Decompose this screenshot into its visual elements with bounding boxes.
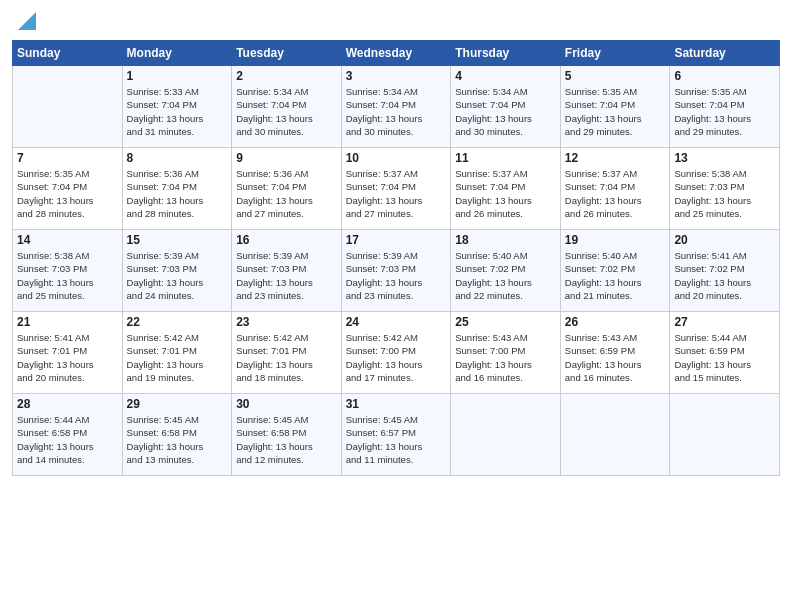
- header-row: SundayMondayTuesdayWednesdayThursdayFrid…: [13, 41, 780, 66]
- calendar-cell: 17Sunrise: 5:39 AM Sunset: 7:03 PM Dayli…: [341, 230, 451, 312]
- calendar-cell: 11Sunrise: 5:37 AM Sunset: 7:04 PM Dayli…: [451, 148, 561, 230]
- calendar-cell: 2Sunrise: 5:34 AM Sunset: 7:04 PM Daylig…: [232, 66, 342, 148]
- day-number: 15: [127, 233, 228, 247]
- day-number: 30: [236, 397, 337, 411]
- calendar-cell: 31Sunrise: 5:45 AM Sunset: 6:57 PM Dayli…: [341, 394, 451, 476]
- day-info: Sunrise: 5:44 AM Sunset: 6:59 PM Dayligh…: [674, 331, 775, 384]
- day-number: 20: [674, 233, 775, 247]
- calendar-cell: 28Sunrise: 5:44 AM Sunset: 6:58 PM Dayli…: [13, 394, 123, 476]
- day-info: Sunrise: 5:41 AM Sunset: 7:01 PM Dayligh…: [17, 331, 118, 384]
- calendar-cell: 13Sunrise: 5:38 AM Sunset: 7:03 PM Dayli…: [670, 148, 780, 230]
- calendar-cell: 12Sunrise: 5:37 AM Sunset: 7:04 PM Dayli…: [560, 148, 670, 230]
- day-info: Sunrise: 5:40 AM Sunset: 7:02 PM Dayligh…: [455, 249, 556, 302]
- day-info: Sunrise: 5:34 AM Sunset: 7:04 PM Dayligh…: [236, 85, 337, 138]
- day-number: 1: [127, 69, 228, 83]
- day-info: Sunrise: 5:42 AM Sunset: 7:01 PM Dayligh…: [127, 331, 228, 384]
- day-info: Sunrise: 5:43 AM Sunset: 7:00 PM Dayligh…: [455, 331, 556, 384]
- weekday-header: Friday: [560, 41, 670, 66]
- day-number: 12: [565, 151, 666, 165]
- day-info: Sunrise: 5:35 AM Sunset: 7:04 PM Dayligh…: [674, 85, 775, 138]
- calendar-cell: 4Sunrise: 5:34 AM Sunset: 7:04 PM Daylig…: [451, 66, 561, 148]
- calendar-row: 14Sunrise: 5:38 AM Sunset: 7:03 PM Dayli…: [13, 230, 780, 312]
- day-info: Sunrise: 5:42 AM Sunset: 7:00 PM Dayligh…: [346, 331, 447, 384]
- logo-arrow-icon: [16, 10, 38, 32]
- calendar-row: 21Sunrise: 5:41 AM Sunset: 7:01 PM Dayli…: [13, 312, 780, 394]
- calendar-cell: 25Sunrise: 5:43 AM Sunset: 7:00 PM Dayli…: [451, 312, 561, 394]
- day-number: 7: [17, 151, 118, 165]
- calendar-cell: 22Sunrise: 5:42 AM Sunset: 7:01 PM Dayli…: [122, 312, 232, 394]
- calendar-row: 1Sunrise: 5:33 AM Sunset: 7:04 PM Daylig…: [13, 66, 780, 148]
- day-number: 25: [455, 315, 556, 329]
- calendar-cell: [670, 394, 780, 476]
- calendar-cell: 23Sunrise: 5:42 AM Sunset: 7:01 PM Dayli…: [232, 312, 342, 394]
- calendar-cell: 8Sunrise: 5:36 AM Sunset: 7:04 PM Daylig…: [122, 148, 232, 230]
- weekday-header: Saturday: [670, 41, 780, 66]
- day-number: 13: [674, 151, 775, 165]
- day-info: Sunrise: 5:44 AM Sunset: 6:58 PM Dayligh…: [17, 413, 118, 466]
- calendar-cell: 14Sunrise: 5:38 AM Sunset: 7:03 PM Dayli…: [13, 230, 123, 312]
- day-info: Sunrise: 5:45 AM Sunset: 6:57 PM Dayligh…: [346, 413, 447, 466]
- calendar-cell: 29Sunrise: 5:45 AM Sunset: 6:58 PM Dayli…: [122, 394, 232, 476]
- day-number: 27: [674, 315, 775, 329]
- weekday-header: Wednesday: [341, 41, 451, 66]
- day-info: Sunrise: 5:35 AM Sunset: 7:04 PM Dayligh…: [17, 167, 118, 220]
- weekday-header: Monday: [122, 41, 232, 66]
- day-number: 23: [236, 315, 337, 329]
- day-number: 8: [127, 151, 228, 165]
- calendar-cell: 30Sunrise: 5:45 AM Sunset: 6:58 PM Dayli…: [232, 394, 342, 476]
- day-info: Sunrise: 5:42 AM Sunset: 7:01 PM Dayligh…: [236, 331, 337, 384]
- day-info: Sunrise: 5:41 AM Sunset: 7:02 PM Dayligh…: [674, 249, 775, 302]
- calendar-cell: 26Sunrise: 5:43 AM Sunset: 6:59 PM Dayli…: [560, 312, 670, 394]
- day-info: Sunrise: 5:40 AM Sunset: 7:02 PM Dayligh…: [565, 249, 666, 302]
- calendar-cell: 20Sunrise: 5:41 AM Sunset: 7:02 PM Dayli…: [670, 230, 780, 312]
- logo: [12, 10, 38, 32]
- day-info: Sunrise: 5:36 AM Sunset: 7:04 PM Dayligh…: [127, 167, 228, 220]
- day-info: Sunrise: 5:34 AM Sunset: 7:04 PM Dayligh…: [346, 85, 447, 138]
- day-info: Sunrise: 5:45 AM Sunset: 6:58 PM Dayligh…: [236, 413, 337, 466]
- day-number: 9: [236, 151, 337, 165]
- day-number: 16: [236, 233, 337, 247]
- calendar-cell: 18Sunrise: 5:40 AM Sunset: 7:02 PM Dayli…: [451, 230, 561, 312]
- day-number: 11: [455, 151, 556, 165]
- day-info: Sunrise: 5:39 AM Sunset: 7:03 PM Dayligh…: [346, 249, 447, 302]
- day-number: 28: [17, 397, 118, 411]
- day-info: Sunrise: 5:36 AM Sunset: 7:04 PM Dayligh…: [236, 167, 337, 220]
- calendar-table: SundayMondayTuesdayWednesdayThursdayFrid…: [12, 40, 780, 476]
- calendar-cell: 15Sunrise: 5:39 AM Sunset: 7:03 PM Dayli…: [122, 230, 232, 312]
- day-number: 17: [346, 233, 447, 247]
- day-info: Sunrise: 5:37 AM Sunset: 7:04 PM Dayligh…: [455, 167, 556, 220]
- calendar-cell: 6Sunrise: 5:35 AM Sunset: 7:04 PM Daylig…: [670, 66, 780, 148]
- day-number: 19: [565, 233, 666, 247]
- calendar-cell: 10Sunrise: 5:37 AM Sunset: 7:04 PM Dayli…: [341, 148, 451, 230]
- day-info: Sunrise: 5:39 AM Sunset: 7:03 PM Dayligh…: [236, 249, 337, 302]
- calendar-cell: [13, 66, 123, 148]
- day-number: 18: [455, 233, 556, 247]
- svg-marker-0: [18, 12, 36, 30]
- calendar-row: 7Sunrise: 5:35 AM Sunset: 7:04 PM Daylig…: [13, 148, 780, 230]
- weekday-header: Sunday: [13, 41, 123, 66]
- calendar-cell: 5Sunrise: 5:35 AM Sunset: 7:04 PM Daylig…: [560, 66, 670, 148]
- day-info: Sunrise: 5:38 AM Sunset: 7:03 PM Dayligh…: [674, 167, 775, 220]
- day-info: Sunrise: 5:35 AM Sunset: 7:04 PM Dayligh…: [565, 85, 666, 138]
- calendar-cell: 1Sunrise: 5:33 AM Sunset: 7:04 PM Daylig…: [122, 66, 232, 148]
- day-number: 29: [127, 397, 228, 411]
- calendar-row: 28Sunrise: 5:44 AM Sunset: 6:58 PM Dayli…: [13, 394, 780, 476]
- day-number: 14: [17, 233, 118, 247]
- day-info: Sunrise: 5:33 AM Sunset: 7:04 PM Dayligh…: [127, 85, 228, 138]
- day-number: 2: [236, 69, 337, 83]
- day-info: Sunrise: 5:39 AM Sunset: 7:03 PM Dayligh…: [127, 249, 228, 302]
- day-number: 3: [346, 69, 447, 83]
- day-info: Sunrise: 5:38 AM Sunset: 7:03 PM Dayligh…: [17, 249, 118, 302]
- day-number: 26: [565, 315, 666, 329]
- day-info: Sunrise: 5:43 AM Sunset: 6:59 PM Dayligh…: [565, 331, 666, 384]
- calendar-cell: 19Sunrise: 5:40 AM Sunset: 7:02 PM Dayli…: [560, 230, 670, 312]
- calendar-cell: 9Sunrise: 5:36 AM Sunset: 7:04 PM Daylig…: [232, 148, 342, 230]
- calendar-cell: 21Sunrise: 5:41 AM Sunset: 7:01 PM Dayli…: [13, 312, 123, 394]
- day-number: 22: [127, 315, 228, 329]
- day-info: Sunrise: 5:45 AM Sunset: 6:58 PM Dayligh…: [127, 413, 228, 466]
- day-number: 10: [346, 151, 447, 165]
- day-number: 5: [565, 69, 666, 83]
- calendar-cell: 27Sunrise: 5:44 AM Sunset: 6:59 PM Dayli…: [670, 312, 780, 394]
- calendar-cell: 3Sunrise: 5:34 AM Sunset: 7:04 PM Daylig…: [341, 66, 451, 148]
- calendar-cell: [451, 394, 561, 476]
